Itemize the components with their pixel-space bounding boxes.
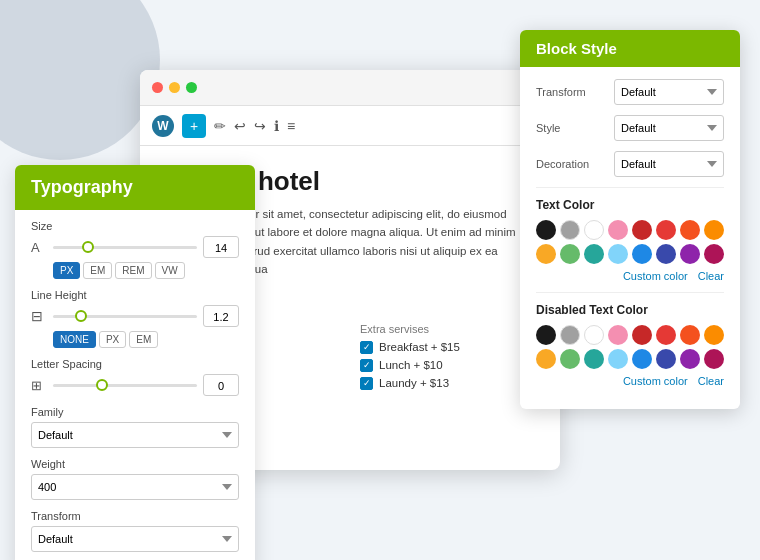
color-swatch-dark-pink[interactable]	[704, 244, 724, 264]
color-swatch-indigo[interactable]	[656, 244, 676, 264]
color-swatch-green[interactable]	[560, 349, 580, 369]
color-swatch-white[interactable]	[584, 220, 604, 240]
minimize-button[interactable]	[169, 82, 180, 93]
color-swatch-black[interactable]	[536, 325, 556, 345]
color-swatch-light-blue[interactable]	[608, 349, 628, 369]
typography-panel-title: Typography	[15, 165, 255, 210]
color-swatch-teal[interactable]	[584, 244, 604, 264]
family-select[interactable]: Default	[31, 422, 239, 448]
weight-label: Weight	[31, 458, 239, 470]
disabled-text-color-label: Disabled Text Color	[536, 303, 724, 317]
unit-rem[interactable]: REM	[115, 262, 151, 279]
pen-icon[interactable]: ✏	[214, 118, 226, 134]
bs-decoration-row: Decoration Default	[536, 151, 724, 177]
color-swatch-light-pink[interactable]	[608, 325, 628, 345]
menu-icon[interactable]: ≡	[287, 118, 295, 134]
maximize-button[interactable]	[186, 82, 197, 93]
service-label: Lunch + $10	[379, 359, 443, 371]
color-swatch-purple[interactable]	[680, 349, 700, 369]
color-swatch-yellow[interactable]	[536, 244, 556, 264]
block-style-body: Transform Default Style Default Decorati…	[520, 67, 740, 409]
col2-label: Extra servises	[360, 323, 536, 335]
editor-titlebar	[140, 70, 560, 106]
color-swatch-black[interactable]	[536, 220, 556, 240]
text-color-label: Text Color	[536, 198, 724, 212]
family-label: Family	[31, 406, 239, 418]
lh-unit-em[interactable]: EM	[129, 331, 158, 348]
lh-unit-none[interactable]: NONE	[53, 331, 96, 348]
color-swatch-dark-red[interactable]	[632, 220, 652, 240]
color-swatch-orange-red[interactable]	[680, 325, 700, 345]
color-swatch-gray[interactable]	[560, 220, 580, 240]
list-item: ✓ Lunch + $10	[360, 359, 536, 372]
size-field: Size A 14 PX EM REM VW	[31, 220, 239, 279]
letter-spacing-slider-track[interactable]	[53, 384, 197, 387]
bs-decoration-select[interactable]: Default	[614, 151, 724, 177]
bs-transform-select[interactable]: Default	[614, 79, 724, 105]
close-button[interactable]	[152, 82, 163, 93]
info-icon[interactable]: ℹ	[274, 118, 279, 134]
letter-spacing-field: Letter Spacing ⊞ 0	[31, 358, 239, 396]
unit-vw[interactable]: VW	[155, 262, 185, 279]
color-swatch-gray[interactable]	[560, 325, 580, 345]
color-swatch-blue[interactable]	[632, 244, 652, 264]
color-swatch-purple[interactable]	[680, 244, 700, 264]
color-swatch-blue[interactable]	[632, 349, 652, 369]
color-swatch-teal[interactable]	[584, 349, 604, 369]
unit-px[interactable]: PX	[53, 262, 80, 279]
unit-em[interactable]: EM	[83, 262, 112, 279]
family-field: Family Default	[31, 406, 239, 448]
transform-select[interactable]: Default	[31, 526, 239, 552]
bg-decoration-1	[0, 0, 160, 160]
color-swatch-orange[interactable]	[704, 220, 724, 240]
bs-style-select[interactable]: Default	[614, 115, 724, 141]
color-swatch-red[interactable]	[656, 220, 676, 240]
line-height-field: Line Height ⊟ 1.2 NONE PX EM	[31, 289, 239, 348]
checkbox-lunch[interactable]: ✓	[360, 359, 373, 372]
add-block-button[interactable]: +	[182, 114, 206, 138]
color-swatch-red[interactable]	[656, 325, 676, 345]
line-height-value[interactable]: 1.2	[203, 305, 239, 327]
text-custom-color-link[interactable]: Custom color	[623, 270, 688, 282]
bs-style-label: Style	[536, 122, 606, 134]
undo-icon[interactable]: ↩	[234, 118, 246, 134]
weight-select[interactable]: 400	[31, 474, 239, 500]
checkbox-laundry[interactable]: ✓	[360, 377, 373, 390]
letter-spacing-slider-thumb[interactable]	[96, 379, 108, 391]
typography-panel-body: Size A 14 PX EM REM VW Line Height ⊟	[15, 210, 255, 560]
line-height-units: NONE PX EM	[53, 331, 239, 348]
disabled-clear-link[interactable]: Clear	[698, 375, 724, 387]
color-swatch-white[interactable]	[584, 325, 604, 345]
color-swatch-light-blue[interactable]	[608, 244, 628, 264]
list-item: ✓ Laundy + $13	[360, 377, 536, 390]
color-swatch-yellow[interactable]	[536, 349, 556, 369]
wordpress-logo: W	[152, 115, 174, 137]
color-swatch-light-pink[interactable]	[608, 220, 628, 240]
disabled-text-color-grid	[536, 325, 724, 369]
divider-2	[536, 292, 724, 293]
disabled-custom-color-link[interactable]: Custom color	[623, 375, 688, 387]
bs-style-row: Style Default	[536, 115, 724, 141]
line-height-icon: ⊟	[31, 308, 47, 324]
size-value[interactable]: 14	[203, 236, 239, 258]
color-swatch-orange-red[interactable]	[680, 220, 700, 240]
checkbox-breakfast[interactable]: ✓	[360, 341, 373, 354]
color-swatch-dark-red[interactable]	[632, 325, 652, 345]
line-height-slider-thumb[interactable]	[75, 310, 87, 322]
line-height-slider-track[interactable]	[53, 315, 197, 318]
color-swatch-green[interactable]	[560, 244, 580, 264]
color-swatch-indigo[interactable]	[656, 349, 676, 369]
disabled-color-links: Custom color Clear	[536, 375, 724, 387]
lh-unit-px[interactable]: PX	[99, 331, 126, 348]
size-slider-thumb[interactable]	[82, 241, 94, 253]
text-clear-link[interactable]: Clear	[698, 270, 724, 282]
color-swatch-dark-pink[interactable]	[704, 349, 724, 369]
color-swatch-orange[interactable]	[704, 325, 724, 345]
redo-icon[interactable]: ↪	[254, 118, 266, 134]
weight-field: Weight 400	[31, 458, 239, 500]
letter-spacing-value[interactable]: 0	[203, 374, 239, 396]
letter-spacing-label: Letter Spacing	[31, 358, 239, 370]
text-color-grid	[536, 220, 724, 264]
transform-field: Transform Default	[31, 510, 239, 552]
size-slider-track[interactable]	[53, 246, 197, 249]
